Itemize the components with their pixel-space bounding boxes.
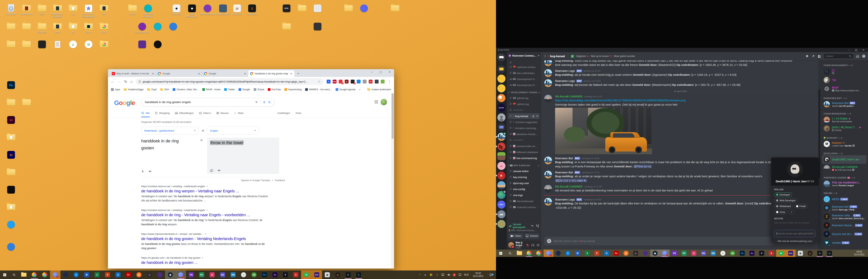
taskbar-firefox-dark[interactable]: [553, 250, 563, 257]
taskbar-github[interactable]: [155, 271, 165, 279]
taskbar-spotify[interactable]: ≋: [776, 250, 786, 257]
taskbar-intellij[interactable]: IJ: [207, 271, 217, 279]
message-avatar[interactable]: [544, 157, 552, 164]
bookmark-vodafoneziggo[interactable]: VodafoneZiggo: [124, 88, 144, 91]
add-channel-icon[interactable]: +: [538, 164, 539, 167]
channel-criminal-suggesties[interactable]: #!criminal-suggesties: [508, 119, 539, 125]
google-tab-tools[interactable]: Tools: [296, 112, 301, 117]
channel-bug-kanaal[interactable]: #!bug-kanaal: [508, 113, 539, 119]
dropdown-arrow-icon[interactable]: ▼: [205, 233, 206, 235]
user-avatar[interactable]: [508, 242, 514, 248]
address-bar[interactable]: google.com/search?q=handdoek+in+de+ring+…: [135, 78, 323, 85]
taskbar-datagrip[interactable]: DG: [699, 250, 708, 257]
channel-settings-gear-icon[interactable]: [536, 115, 538, 118]
result-title-link[interactable]: de handdoek in de ring werpen - Vertalin…: [141, 189, 269, 193]
taskbar-file-explorer[interactable]: [19, 271, 29, 279]
page-scrollbar[interactable]: [391, 93, 394, 269]
result-url[interactable]: https://nl.glosbe.com › de handdoek in d…: [141, 256, 269, 259]
attachment-link[interactable]: https://cdn.discordapp.com/attachments/4…: [555, 99, 685, 102]
desktop-icon[interactable]: [34, 41, 50, 49]
desktop-icon[interactable]: [135, 41, 150, 49]
desktop-icon-github-desktop[interactable]: GitHub Desktop: [200, 5, 215, 15]
server-roerveen[interactable]: [497, 133, 505, 141]
member-list-toggle-icon[interactable]: [817, 55, 821, 58]
taskbar-logitech-ghub[interactable]: G: [343, 271, 353, 279]
ext-cookie-icon[interactable]: [363, 80, 367, 84]
member-[interactable]: [-]: [822, 67, 866, 75]
channel-topic[interactable]: ✓: Opgelost×: Niet op te lossen?: Moet g…: [571, 55, 635, 58]
member-roerveen-muzie[interactable]: RRoerveen Muzie...✓ BOT: [822, 221, 866, 229]
desktop-icon[interactable]: [3, 41, 19, 49]
disconnect-call-icon[interactable]: [536, 224, 539, 227]
server-recon[interactable]: RECON: [497, 104, 505, 112]
ext-blue-circle-icon[interactable]: [357, 80, 361, 84]
taskbar-vegas[interactable]: V: [280, 271, 290, 279]
desktop-icon[interactable]: [3, 243, 19, 251]
ext-android-icon[interactable]: [381, 80, 384, 84]
member-maarten-v[interactable]: MMaarten V.Luistert naar Spotify: [822, 140, 866, 148]
taskbar-github[interactable]: [641, 250, 650, 257]
channel-zira-config[interactable]: #zira-config: [508, 186, 539, 192]
member-olaf[interactable]: Olafhttps://www.youtube.com...: [822, 85, 866, 93]
tray-media-icon[interactable]: ▶: [424, 273, 427, 277]
start-button[interactable]: [496, 250, 505, 257]
menu-icon[interactable]: ⋮: [388, 80, 392, 84]
taskbar-phpstorm[interactable]: PS: [670, 250, 679, 257]
bookmark-google-agenda[interactable]: Google Agenda: [336, 88, 355, 91]
desktop-icon[interactable]: [19, 99, 34, 107]
result-url[interactable]: https://context.reverso.net › vertaling …: [141, 209, 269, 212]
desktop-icon[interactable]: [294, 5, 310, 13]
google-tab-instellingen[interactable]: Instellingen: [277, 112, 290, 117]
server-earth[interactable]: [497, 191, 505, 199]
inbox-icon[interactable]: [856, 55, 859, 58]
google-tab-videos[interactable]: Video's: [199, 112, 211, 117]
member-roerveen-bot[interactable]: Roerveen Bot✓ BOTSpeelt dyno.gg | ?help: [822, 204, 866, 212]
member-roerveen-bot[interactable]: Roerveen BotBOTSpeelt met 28 spelers: [822, 100, 866, 108]
tray-chevron-icon[interactable]: ^: [418, 273, 421, 277]
desktop-icon[interactable]: [3, 186, 19, 194]
channel-channel-commands[interactable]: #channel-commands: [508, 204, 539, 210]
minimize-button[interactable]: ─: [367, 69, 376, 75]
taskbar-clock[interactable]: 18:42 13-4-2021: [471, 272, 485, 278]
server-snail[interactable]: [497, 220, 505, 228]
desktop-icon-unity-2019-4-11[interactable]: ◆Unity 2019.4.11...: [184, 5, 199, 18]
attached-screenshot-image[interactable]: [555, 108, 652, 154]
source-language-select[interactable]: Nederlands - gedetecteerd▼: [141, 127, 198, 134]
message-avatar[interactable]: [544, 79, 552, 87]
role-pill-web-developer[interactable]: Web-Developer: [774, 198, 798, 203]
taskbar-search-icon[interactable]: [505, 250, 515, 257]
note-placeholder[interactable]: Klik om een notitie toe te voegen: [774, 221, 815, 224]
server-guy[interactable]: [497, 181, 505, 189]
discord-home[interactable]: [497, 53, 505, 61]
server-header[interactable]: Roerveen Community ▾: [507, 52, 541, 60]
category-bot-kanalen[interactable]: ▾BOT KANALEN+: [508, 163, 539, 168]
message-avatar[interactable]: [544, 185, 552, 193]
taskbar-excel[interactable]: X: [582, 250, 592, 257]
taskbar-after-effects[interactable]: Ae: [270, 271, 280, 279]
bookmark-twitter[interactable]: Twitter: [224, 88, 235, 91]
google-tab-alle[interactable]: Alle: [141, 112, 150, 117]
server-cheese-2[interactable]: [497, 84, 505, 92]
taskbar-file-explorer[interactable]: [515, 250, 524, 257]
desktop-icon-ziggo-go[interactable]: ZZiggo GO: [245, 5, 259, 15]
dropdown-arrow-icon[interactable]: ▼: [206, 185, 208, 187]
channel-zira-logs[interactable]: #zira-logs: [508, 192, 539, 198]
role-pill-whitelisted[interactable]: Whitelisted: [774, 204, 793, 209]
member-roerveen-infor[interactable]: ZRoerveen Infor...✓ BOTSpeelt docs.zira.…: [822, 212, 866, 221]
translate-mic-icon[interactable]: [141, 170, 144, 173]
message-avatar[interactable]: [544, 198, 552, 206]
taskbar-intellij[interactable]: IJ: [689, 250, 699, 257]
message-author[interactable]: R6 Aircraft CARRIER: [555, 95, 583, 98]
taskbar-hs-tool[interactable]: HS: [728, 250, 737, 257]
bookmark-whmcs-uw-overz[interactable]: WHMCS - Uw overz...: [305, 88, 332, 91]
taskbar-after-effects[interactable]: Ae: [747, 250, 757, 257]
message-author[interactable]: Roerveen Logs: [555, 69, 575, 72]
notifications-bell-icon[interactable]: [805, 55, 809, 58]
add-role-button[interactable]: +: [788, 210, 795, 214]
channel-database-handelingen[interactable]: #database-handelingen: [508, 131, 539, 137]
tab-close-icon[interactable]: ✕: [244, 72, 247, 75]
taskbar-chrome[interactable]: [29, 271, 39, 279]
desktop-icon[interactable]: [19, 23, 34, 31]
taskbar-skype[interactable]: S: [563, 250, 573, 257]
discord-close-button[interactable]: ×: [863, 49, 865, 51]
